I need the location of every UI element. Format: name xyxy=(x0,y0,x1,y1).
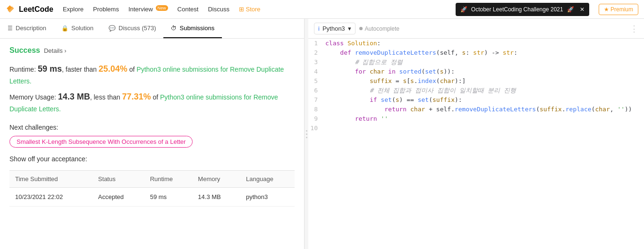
divider xyxy=(305,19,308,249)
line-number: 3 xyxy=(308,58,325,67)
line-number: 7 xyxy=(308,95,325,105)
editor-toolbar: i Python3 ▾ Autocomplete ⋮ xyxy=(308,19,644,39)
line-number: 5 xyxy=(308,76,325,86)
description-icon: ☰ xyxy=(8,25,13,32)
left-panel: ☰ Description 🔒 Solution 💬 Discuss (573)… xyxy=(0,19,305,249)
premium-button[interactable]: ★ Premium xyxy=(599,4,638,15)
main-layout: ☰ Description 🔒 Solution 💬 Discuss (573)… xyxy=(0,19,644,249)
code-line: 6 # 전체 집합과 접미사 집합이 일치할때 분리 진행 xyxy=(308,86,644,95)
runtime-text: Runtime: 59 ms, faster than 25.04% of Py… xyxy=(9,62,295,86)
python-icon: i xyxy=(318,25,320,32)
col-memory: Memory xyxy=(192,171,240,188)
logo-icon xyxy=(6,4,16,15)
nav-interview[interactable]: Interview New xyxy=(128,6,168,13)
success-label: Success xyxy=(9,46,40,55)
dot-3 xyxy=(306,137,307,138)
table-row: 10/23/2021 22:02 Accepted 59 ms 14.3 MB … xyxy=(9,188,295,207)
dot-1 xyxy=(306,130,307,132)
rocket-icon-2: 🚀 xyxy=(567,6,574,13)
memory-text: Memory Usage: 14.3 MB, less than 77.31% … xyxy=(9,90,295,114)
rocket-icon: 🚀 xyxy=(460,6,467,13)
next-challenges-label: Next challenges: xyxy=(9,124,295,131)
tab-discuss[interactable]: 💬 Discuss (573) xyxy=(101,19,163,38)
col-runtime: Runtime xyxy=(144,171,193,188)
line-number: 9 xyxy=(308,114,325,124)
details-link[interactable]: Details › xyxy=(44,47,67,54)
right-panel: i Python3 ▾ Autocomplete ⋮ 1class Soluti… xyxy=(308,19,644,249)
line-content: # 집합으로 정렬 xyxy=(325,58,644,67)
col-time-submitted: Time Submitted xyxy=(9,171,93,188)
close-icon[interactable]: ✕ xyxy=(580,6,585,13)
line-number: 10 xyxy=(308,124,325,133)
autocomplete-dot xyxy=(359,27,363,30)
line-content: class Solution: xyxy=(325,39,644,48)
code-line: 2 def removeDuplicateLetters(self, s: st… xyxy=(308,48,644,58)
line-content: for char in sorted(set(s)): xyxy=(325,67,644,76)
nav-explore[interactable]: Explore xyxy=(63,6,84,13)
code-line: 9 return '' xyxy=(308,114,644,124)
col-status: Status xyxy=(93,171,144,188)
cell-time: 10/23/2021 22:02 xyxy=(9,188,93,207)
nav-discuss[interactable]: Discuss xyxy=(208,6,229,13)
cell-runtime: 59 ms xyxy=(144,188,193,207)
nav-store[interactable]: ⊞ Store xyxy=(239,6,261,13)
autocomplete-toggle[interactable]: Autocomplete xyxy=(359,25,399,32)
tab-submissions[interactable]: ⏱ Submissions xyxy=(163,19,222,38)
table-header-row: Time Submitted Status Runtime Memory Lan… xyxy=(9,171,295,188)
submission-content: Success Details › Runtime: 59 ms, faster… xyxy=(0,39,304,249)
october-banner[interactable]: 🚀 October LeetCoding Challenge 2021 🚀 ✕ xyxy=(456,3,589,16)
line-content: return '' xyxy=(325,114,644,124)
challenge-badge[interactable]: Smallest K-Length Subsequence With Occur… xyxy=(9,136,193,148)
code-line: 5 suffix = s[s.index(char):] xyxy=(308,76,644,86)
discuss-icon: 💬 xyxy=(109,25,116,32)
settings-icon[interactable]: ⋮ xyxy=(630,24,638,34)
tab-solution[interactable]: 🔒 Solution xyxy=(54,19,101,38)
line-content: def removeDuplicateLetters(self, s: str)… xyxy=(325,48,644,58)
language-label: Python3 xyxy=(322,25,345,32)
new-badge: New xyxy=(156,5,168,11)
nav-contest[interactable]: Contest xyxy=(178,6,199,13)
nav-problems[interactable]: Problems xyxy=(93,6,119,13)
chevron-down-icon: ▾ xyxy=(348,25,351,32)
line-content: if set(s) == set(suffix): xyxy=(325,95,644,105)
line-number: 4 xyxy=(308,67,325,76)
code-editor[interactable]: 1class Solution:2 def removeDuplicateLet… xyxy=(308,39,644,249)
logo[interactable]: LeetCode xyxy=(6,4,53,15)
banner-text: October LeetCoding Challenge 2021 xyxy=(471,6,563,13)
line-number: 2 xyxy=(308,48,325,58)
code-line: 10 xyxy=(308,124,644,133)
submissions-table: Time Submitted Status Runtime Memory Lan… xyxy=(9,170,295,207)
line-number: 6 xyxy=(308,86,325,95)
cell-language: python3 xyxy=(240,188,295,207)
code-line: 8 return char + self.removeDuplicateLett… xyxy=(308,105,644,114)
show-off-label: Show off your acceptance: xyxy=(9,155,295,163)
code-line: 3 # 집합으로 정렬 xyxy=(308,58,644,67)
cell-memory: 14.3 MB xyxy=(192,188,240,207)
dot-2 xyxy=(306,133,307,135)
language-selector[interactable]: i Python3 ▾ xyxy=(314,23,356,34)
success-bar: Success Details › xyxy=(9,46,295,55)
code-line: 7 if set(s) == set(suffix): xyxy=(308,95,644,105)
code-line: 4 for char in sorted(set(s)): xyxy=(308,67,644,76)
tabs: ☰ Description 🔒 Solution 💬 Discuss (573)… xyxy=(0,19,304,39)
line-number: 8 xyxy=(308,105,325,114)
code-line: 1class Solution: xyxy=(308,39,644,48)
top-nav: LeetCode Explore Problems Interview New … xyxy=(0,0,644,19)
lock-icon: 🔒 xyxy=(61,25,68,32)
tab-description[interactable]: ☰ Description xyxy=(0,19,54,38)
line-content: # 전체 집합과 접미사 집합이 일치할때 분리 진행 xyxy=(325,86,644,95)
col-language: Language xyxy=(240,171,295,188)
submissions-icon: ⏱ xyxy=(171,25,177,32)
logo-text: LeetCode xyxy=(19,5,53,14)
line-content: suffix = s[s.index(char):] xyxy=(325,76,644,86)
line-content: return char + self.removeDuplicateLetter… xyxy=(325,105,644,114)
cell-status[interactable]: Accepted xyxy=(93,188,144,207)
line-number: 1 xyxy=(308,39,325,48)
